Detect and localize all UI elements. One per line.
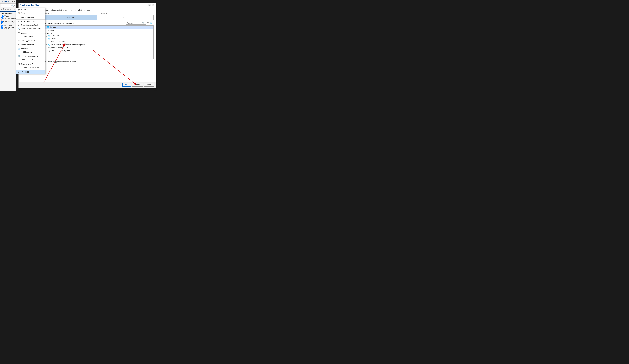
menu-update-data-sources[interactable]: 🔄 Update Data Sources — [16, 55, 45, 58]
globe-unknown-icon: 🌐 — [47, 26, 49, 28]
close-icon[interactable]: ✕ — [14, 1, 15, 3]
layer4-checkbox[interactable] — [0, 27, 2, 29]
coord-search-input[interactable] — [127, 22, 142, 24]
globe-jgd-icon: 🌐 — [48, 35, 50, 37]
tree-row-proj-coord[interactable]: ▶ Projected Coordinate System — [44, 49, 154, 52]
create-thumbnail-icon: 🖼 — [17, 40, 20, 42]
menu-create-thumbnail[interactable]: 🖼 Create Thumbnail — [16, 39, 45, 42]
close-button[interactable]: ✕ — [152, 4, 155, 6]
search-bar[interactable]: 🔍 ▾ — [0, 4, 15, 7]
apply-button[interactable]: Apply — [144, 83, 154, 87]
view-metadata-icon: 📄 — [17, 47, 20, 50]
reorder-icon — [17, 59, 20, 61]
layer-world-top[interactable]: 地形図（World Top — [0, 27, 16, 29]
layer1-checkbox[interactable] — [0, 17, 2, 19]
menu-paste[interactable]: 📋 Paste — [16, 11, 45, 15]
menu-new-group[interactable]: 🗂 New Group Layer — [16, 16, 45, 19]
tree-label-geo-coord: Geographic Coordinate System — [47, 47, 71, 49]
database-icon[interactable]: 🗄 — [3, 8, 4, 11]
settings-icon[interactable]: ⚙ — [14, 8, 15, 11]
layer-map[interactable]: ▼ 🗺 Map — [0, 15, 16, 17]
globe-filter-icon[interactable]: 🌐 — [150, 22, 152, 24]
red-dot-icon — [0, 19, 2, 21]
coord-search-dropdown[interactable]: ▾ — [145, 22, 146, 24]
tree-row-tokyo[interactable]: ▼ 🌐 Tokyo — [45, 37, 154, 40]
layer-sabae-aed-tokyo-f[interactable]: sabae_aed_tokyo_F — [0, 17, 16, 19]
contents-header: Contents 🖈 ✕ — [0, 0, 16, 3]
tree-row-favorites[interactable]: ▶ Favorites — [44, 28, 154, 31]
tree-row-sabae[interactable]: sabae_aed_tokyo — [48, 40, 154, 43]
menu-zoom-ref[interactable]: 🔍 Zoom To Reference Scale — [16, 27, 45, 30]
current-z-value[interactable]: <None> — [100, 15, 154, 20]
expand-wgs[interactable]: ▶ — [46, 44, 48, 46]
filter-icon[interactable]: ⊽ — [147, 22, 149, 24]
list-view-icon[interactable]: ≡ — [0, 8, 2, 11]
menu-zoom-ref-label: Zoom To Reference Scale — [21, 28, 41, 30]
menu-set-ref-scale[interactable]: ⚖ Set Reference Scale — [16, 20, 45, 23]
menu-import-thumbnail-label: Import Thumbnail — [21, 43, 34, 45]
menu-import-thumbnail[interactable]: ⬇ Import Thumbnail — [16, 42, 45, 46]
menu-labeling-label: Labeling — [21, 32, 27, 34]
maximize-button[interactable]: □ — [148, 4, 151, 6]
menu-paste-label: Paste — [21, 12, 25, 14]
grid-icon[interactable]: ⊞ — [9, 8, 11, 11]
menu-clear-ref-scale[interactable]: ✖ Clear Reference Scale — [16, 23, 45, 27]
current-xy-value[interactable]: Unknown — [44, 15, 97, 20]
tree-row-geo-coord[interactable]: ▶ Geographic Coordinate System — [44, 46, 154, 49]
cancel-button[interactable]: Cancel — [132, 83, 143, 87]
dropdown-icon[interactable]: ▾ — [14, 4, 15, 7]
menu-labeling[interactable]: 🏷 Labeling — [16, 31, 45, 35]
dialog-content: Select the Coordinate System to view the… — [41, 7, 156, 82]
menu-properties-label: Properties — [21, 71, 29, 73]
tree-row-layers[interactable]: ▼ Layers — [44, 31, 154, 34]
filter-icon[interactable]: ▽ — [5, 8, 7, 11]
menu-reorder-layers[interactable]: Reorder Layers — [16, 58, 45, 62]
expand-jgd[interactable]: ▶ — [46, 35, 48, 37]
menu-save-offline-label: Save As Offline Service Defi — [21, 67, 43, 69]
tree-row-jgd[interactable]: ▶ 🌐 JGD 2011 — [45, 34, 154, 37]
coord-search-icon[interactable]: 🔍 — [142, 22, 145, 24]
tree-label-jgd: JGD 2011 — [51, 35, 59, 37]
menu-add-data[interactable]: ➕ Add Data — [16, 8, 45, 11]
drawing-order-label: Drawing Order — [0, 12, 16, 15]
layer2-checkbox[interactable] — [0, 21, 2, 23]
layer3-checkbox[interactable] — [0, 25, 2, 27]
draw-icon[interactable]: ✏ — [7, 8, 9, 11]
tree-row-wgs[interactable]: ▶ 🌐 WGS 1984 Web Mercator (auxiliary sph… — [45, 43, 154, 46]
expand-tokyo[interactable]: ▼ — [46, 38, 48, 40]
toolbar: ≡ 🗄 ▽ ✏ ⊞ ◇ ⚙ — [0, 7, 16, 12]
coordinate-tree-list[interactable]: 🌐 <Unknown> ▶ Favorites ▼ Layers ▶ 🌐 JGD… — [44, 25, 154, 59]
current-z-section: Current Z <None> — [100, 13, 154, 20]
clear-ref-icon: ✖ — [17, 24, 20, 26]
paste-icon: 📋 — [17, 12, 20, 14]
menu-save-offline[interactable]: Save As Offline Service Defi — [16, 66, 45, 69]
tree-label-tokyo: Tokyo — [51, 38, 56, 40]
layer-sabae-aed-tokyo[interactable]: sabae_aed_tokyo — [0, 21, 16, 23]
edit-metadata-icon: ✏ — [17, 51, 20, 53]
ok-button[interactable]: OK — [123, 83, 131, 87]
convert-labels-icon — [17, 35, 20, 38]
menu-clear-ref-label: Clear Reference Scale — [21, 24, 39, 26]
coord-search-field[interactable]: 🔍 ▾ — [126, 22, 147, 25]
menu-view-metadata[interactable]: 📄 View Metadata — [16, 47, 45, 50]
search-icon: 🔍 — [11, 4, 14, 7]
menu-edit-metadata[interactable]: ✏ Edit Metadata — [16, 50, 45, 54]
wrap-label: Enable wrapping around the date line — [46, 60, 76, 63]
globe-dropdown-icon[interactable]: ▾ — [153, 22, 154, 24]
tag-icon[interactable]: ◇ — [11, 8, 13, 11]
menu-convert-labels[interactable]: Convert Labels — [16, 35, 45, 38]
map-checkbox[interactable] — [2, 15, 4, 17]
layer-chiki-keikoku[interactable]: 注記（地形図） — [0, 24, 16, 27]
tree-row-unknown[interactable]: 🌐 <Unknown> — [44, 26, 154, 28]
header-controls: 🖈 ✕ — [12, 1, 15, 3]
menu-save-as-map[interactable]: 💾 Save As Map File — [16, 62, 45, 66]
separator-6 — [16, 54, 45, 54]
update-data-icon: 🔄 — [17, 55, 20, 58]
search-input[interactable] — [1, 4, 11, 7]
current-xy-label: Current XY — [44, 13, 97, 14]
coord-available-header: XY Coordinate Systems Available 🔍 ▾ ⊽ 🌐 … — [44, 22, 154, 25]
menu-properties[interactable]: 🗒 Properties — [16, 70, 45, 74]
zoom-ref-icon: 🔍 — [17, 27, 20, 30]
contents-title: Contents — [1, 0, 9, 3]
pin-icon[interactable]: 🖈 — [12, 1, 13, 3]
